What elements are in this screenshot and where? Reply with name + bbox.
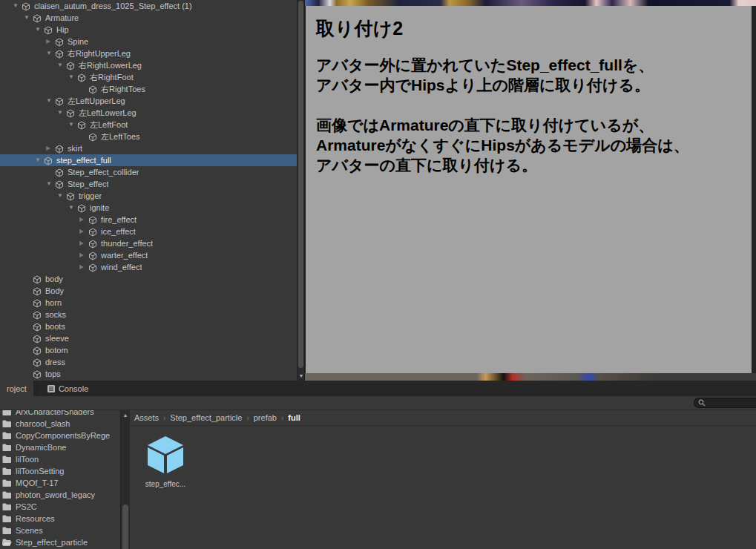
- project-folder-item[interactable]: Scenes: [0, 525, 120, 536]
- project-folder-item[interactable]: photon_sword_legacy: [0, 489, 120, 501]
- chevron-down-icon[interactable]: ▼: [46, 47, 55, 59]
- hierarchy-row[interactable]: ▶ thunder_effect: [0, 237, 297, 249]
- chevron-down-icon[interactable]: ▼: [35, 154, 44, 166]
- hierarchy-item-label: 右RightToes: [101, 83, 145, 95]
- tab-console[interactable]: Console: [40, 381, 95, 396]
- gameobject-cube-icon: [55, 50, 64, 59]
- hierarchy-row[interactable]: ▶ ice_effect: [0, 226, 297, 237]
- folder-icon: [2, 467, 12, 476]
- project-folder-item[interactable]: ArxCharacterShaders: [0, 410, 120, 418]
- tab-divider: [36, 382, 37, 396]
- project-folder-item[interactable]: PS2C: [0, 501, 120, 513]
- gameobject-cube-icon: [33, 14, 42, 23]
- folder-name-label: photon_sword_legacy: [16, 489, 95, 501]
- hierarchy-row[interactable]: ▼ ignite: [0, 202, 297, 214]
- chevron-right-icon[interactable]: ▶: [79, 261, 88, 273]
- folder-name-label: Step_effect_particle: [16, 536, 88, 548]
- chevron-right-icon[interactable]: ▶: [79, 226, 88, 237]
- hierarchy-row[interactable]: horn: [0, 297, 297, 309]
- chevron-down-icon[interactable]: ▼: [24, 12, 33, 24]
- hierarchy-row[interactable]: ▼ claisen_autum_dress_1025_Step_effect (…: [0, 0, 297, 12]
- folder-icon: [2, 444, 12, 452]
- project-folder-column: ArxCharacterShaders charcool_slash CopyC…: [0, 410, 120, 549]
- chevron-down-icon[interactable]: ▼: [57, 107, 66, 119]
- project-folder-item[interactable]: Step_effect_particle: [0, 536, 120, 548]
- hierarchy-row[interactable]: ▼ trigger: [0, 190, 297, 202]
- gameobject-cube-icon: [88, 85, 97, 94]
- hierarchy-row[interactable]: ▼ 右RightLowerLeg: [0, 59, 297, 71]
- hierarchy-row[interactable]: botom: [0, 344, 297, 356]
- hierarchy-row[interactable]: ▼ 左LeftLowerLeg: [0, 107, 297, 119]
- hierarchy-row[interactable]: ▼ 右RightFoot: [0, 71, 297, 83]
- breadcrumb-assets[interactable]: Assets: [134, 413, 159, 422]
- chevron-right-icon[interactable]: ▶: [79, 214, 88, 226]
- chevron-right-icon[interactable]: ▶: [46, 36, 55, 47]
- hierarchy-item-label: boots: [45, 320, 65, 332]
- hierarchy-row[interactable]: ▼ 右RightUpperLeg: [0, 47, 297, 59]
- hierarchy-item-label: skirt: [68, 142, 82, 154]
- project-folder-item[interactable]: DynamicBone: [0, 441, 120, 453]
- chevron-down-icon[interactable]: ▼: [57, 190, 66, 202]
- hierarchy-row[interactable]: ▼ step_effect_full: [0, 154, 297, 166]
- hierarchy-row[interactable]: socks: [0, 309, 297, 320]
- hierarchy-row[interactable]: tops: [0, 368, 297, 380]
- search-input[interactable]: [694, 398, 756, 408]
- project-folder-item[interactable]: Resources: [0, 513, 120, 525]
- chevron-down-icon[interactable]: ▼: [68, 119, 77, 131]
- gameobject-cube-icon: [33, 323, 42, 332]
- gameobject-cube-icon: [55, 168, 64, 177]
- chevron-right-icon[interactable]: ▶: [79, 249, 88, 261]
- project-folder-item[interactable]: charcool_slash: [0, 418, 120, 430]
- hierarchy-row[interactable]: ▼ 左LeftFoot: [0, 119, 297, 131]
- asset-item-prefab[interactable]: step_effec...: [142, 435, 188, 488]
- hierarchy-item-label: Armature: [45, 12, 79, 24]
- hierarchy-row[interactable]: boots: [0, 320, 297, 332]
- hierarchy-item-label: wind_effect: [101, 261, 142, 273]
- hierarchy-row[interactable]: ▼ Step_effect: [0, 178, 297, 190]
- project-folder-item[interactable]: lilToonSetting: [0, 465, 120, 477]
- chevron-down-icon[interactable]: ▼: [35, 24, 44, 36]
- project-folder-item[interactable]: lilToon: [0, 453, 120, 465]
- chevron-down-icon[interactable]: ▼: [46, 178, 55, 190]
- project-folder-item[interactable]: MQOf_T-17: [0, 477, 120, 489]
- hierarchy-tree: ▼ claisen_autum_dress_1025_Step_effect (…: [0, 0, 297, 380]
- chevron-down-icon[interactable]: ▼: [68, 202, 77, 214]
- folder-name-label: lilToon: [16, 453, 39, 465]
- hierarchy-row[interactable]: ▶ fire_effect: [0, 214, 297, 226]
- tab-project[interactable]: roject: [0, 381, 33, 396]
- asset-browser: Assets › Step_effect_particle › prefab ›…: [130, 410, 756, 549]
- hierarchy-row[interactable]: ▼ Armature: [0, 12, 297, 24]
- hierarchy-item-label: Hip: [56, 24, 69, 36]
- chevron-down-icon[interactable]: ▼: [46, 95, 55, 107]
- hierarchy-item-label: horn: [45, 297, 62, 309]
- chevron-right-icon[interactable]: ▶: [46, 142, 55, 154]
- hierarchy-row[interactable]: body: [0, 273, 297, 285]
- chevron-down-icon[interactable]: ▼: [13, 0, 22, 12]
- hierarchy-scrollbar[interactable]: ▼: [297, 0, 304, 381]
- scene-view[interactable]: 取り付け2 アバター外に置かれていたStep_effect_fullを、 アバタ…: [304, 0, 756, 381]
- hierarchy-row[interactable]: 左LeftToes: [0, 131, 297, 142]
- breadcrumb-separator-icon: ›: [246, 414, 249, 422]
- hierarchy-row[interactable]: ▶ skirt: [0, 142, 297, 154]
- gameobject-cube-icon: [77, 73, 86, 82]
- breadcrumb-step-effect-particle[interactable]: Step_effect_particle: [170, 413, 242, 422]
- hierarchy-row[interactable]: Step_effect_collider: [0, 166, 297, 178]
- hierarchy-row[interactable]: ▶ warter_effect: [0, 249, 297, 261]
- hierarchy-row[interactable]: ▶ Spine: [0, 36, 297, 47]
- breadcrumb-prefab[interactable]: prefab: [254, 413, 277, 422]
- project-folder-item[interactable]: CopyComponentsByRege: [0, 430, 120, 441]
- hierarchy-row[interactable]: ▼ Hip: [0, 24, 297, 36]
- hierarchy-scrollbar-thumb[interactable]: [298, 1, 303, 368]
- chevron-right-icon[interactable]: ▶: [79, 237, 88, 249]
- hierarchy-row[interactable]: 右RightToes: [0, 83, 297, 95]
- chevron-down-icon[interactable]: ▼: [57, 59, 66, 71]
- hierarchy-row[interactable]: dress: [0, 356, 297, 368]
- tab-console-label: Console: [59, 384, 88, 393]
- folder-list-scrollbar[interactable]: ▲: [120, 410, 129, 549]
- hierarchy-row[interactable]: Body: [0, 285, 297, 297]
- hierarchy-row[interactable]: ▶ wind_effect: [0, 261, 297, 273]
- chevron-down-icon[interactable]: ▼: [68, 71, 77, 83]
- hierarchy-row[interactable]: sleeve: [0, 332, 297, 344]
- folder-scrollbar-thumb[interactable]: [122, 504, 128, 549]
- hierarchy-row[interactable]: ▼ 左LeftUpperLeg: [0, 95, 297, 107]
